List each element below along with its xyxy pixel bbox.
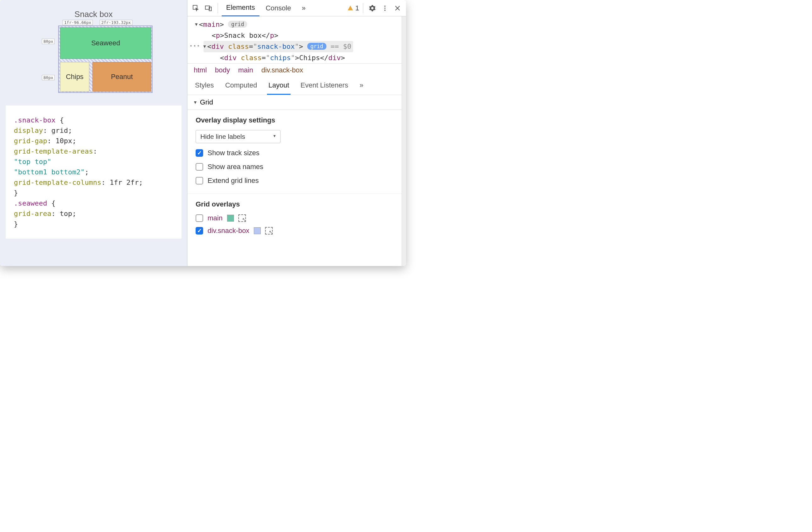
code-line: grid-gap: 10px; [14,136,173,146]
dom-node-selected[interactable]: <div class="snack-box"> grid == $0 [195,41,399,52]
grid-demo: 1fr·96.66px 2fr·193.32px 80px 80px Seawe… [42,26,145,93]
checkbox-icon [195,227,203,235]
dom-node-p[interactable]: <p>Snack box</p> [195,30,399,41]
page-title: Snack box [6,10,182,19]
grid-container: 1fr·96.66px 2fr·193.32px 80px 80px Seawe… [58,26,153,93]
line-labels-select[interactable]: Hide line labels [195,130,280,143]
breadcrumb: html body main div.snack-box [187,63,402,77]
checkbox-label: Show track sizes [207,149,259,157]
gear-icon[interactable] [367,3,378,14]
checkbox-icon [195,163,203,171]
code-line: grid-template-areas: [14,146,173,156]
code-line: grid-template-columns: 1fr 2fr; [14,177,173,187]
code-line: "bottom1 bottom2"; [14,167,173,177]
grid-overlays-title: Grid overlays [195,200,393,208]
code-line: display: grid; [14,125,173,136]
scrollbar[interactable] [402,16,406,266]
code-line: .snack-box { [14,115,173,125]
subtab-computed[interactable]: Computed [224,77,259,95]
overlay-name: div.snack-box [207,227,249,235]
overlay-settings-title: Overlay display settings [195,116,393,124]
crumb-current[interactable]: div.snack-box [261,66,303,74]
grid-row-label: 80px [42,39,55,44]
inspect-icon[interactable] [191,3,201,14]
tab-elements[interactable]: Elements [222,0,259,16]
dom-tree[interactable]: <main> grid <p>Snack box</p> <div class=… [187,16,402,63]
code-line: grid-area: top; [14,208,173,219]
color-swatch[interactable] [227,215,234,222]
highlight-icon[interactable] [265,227,273,235]
subtab-more[interactable]: » [358,77,364,95]
code-line: } [14,219,173,229]
checkbox-extend-lines[interactable]: Extend grid lines [195,177,393,185]
checkbox-icon [195,214,203,222]
crumb[interactable]: main [238,66,253,74]
subtab-layout[interactable]: Layout [267,77,290,95]
crumb[interactable]: body [215,66,230,74]
page-preview: Snack box 1fr·96.66px 2fr·193.32px 80px … [0,0,187,266]
color-swatch[interactable] [254,227,261,234]
grid-row-label: 80px [42,75,55,80]
code-line: .seaweed { [14,198,173,208]
checkbox-label: Extend grid lines [207,177,259,185]
grid-cell-seaweed: Seaweed [60,27,151,59]
grid-section-header[interactable]: Grid [187,95,402,110]
dom-node-child[interactable]: <div class="chips">Chips</div> [195,52,399,63]
warnings-badge[interactable]: 1 [347,4,359,12]
svg-point-5 [384,10,386,11]
grid-overlays: Grid overlays maindiv.snack-box [187,194,402,242]
styles-subtabs: Styles Computed Layout Event Listeners » [187,77,402,95]
svg-point-3 [384,5,386,6]
code-line: "top top" [14,156,173,167]
dom-node-main[interactable]: <main> grid [195,19,399,30]
devtools-panel: Elements Console » 1 <main> grid <p>Snac… [187,0,406,266]
svg-point-4 [384,8,386,9]
devtools-body: <main> grid <p>Snack box</p> <div class=… [187,16,402,266]
highlight-icon[interactable] [238,214,246,222]
crumb[interactable]: html [194,66,207,74]
divider [218,3,218,13]
grid-cell-peanut: Peanut [92,62,151,92]
tab-more[interactable]: » [297,0,310,16]
checkbox-area-names[interactable]: Show area names [195,163,393,171]
grid-cell-chips: Chips [60,62,89,92]
subtab-listeners[interactable]: Event Listeners [300,77,350,95]
checkbox-label: Show area names [207,163,263,171]
checkbox-track-sizes[interactable]: Show track sizes [195,149,393,157]
devtools-toolbar: Elements Console » 1 [187,0,406,16]
divider [363,3,363,13]
kebab-icon[interactable] [380,3,390,14]
grid-overlay-row[interactable]: main [195,214,393,222]
css-code-block: .snack-box { display: grid; grid-gap: 10… [6,106,182,239]
close-icon[interactable] [392,3,403,14]
checkbox-icon [195,149,203,157]
code-line: } [14,187,173,198]
checkbox-icon [195,177,203,184]
overlay-name: main [207,214,223,222]
subtab-styles[interactable]: Styles [194,77,215,95]
device-toggle-icon[interactable] [203,3,214,14]
warnings-count: 1 [356,4,359,12]
tab-console[interactable]: Console [261,0,295,16]
overlay-settings: Overlay display settings Hide line label… [187,110,402,194]
grid-col-label: 1fr·96.66px [62,20,93,25]
grid-overlay-row[interactable]: div.snack-box [195,227,393,235]
grid-col-label: 2fr·193.32px [100,20,132,25]
